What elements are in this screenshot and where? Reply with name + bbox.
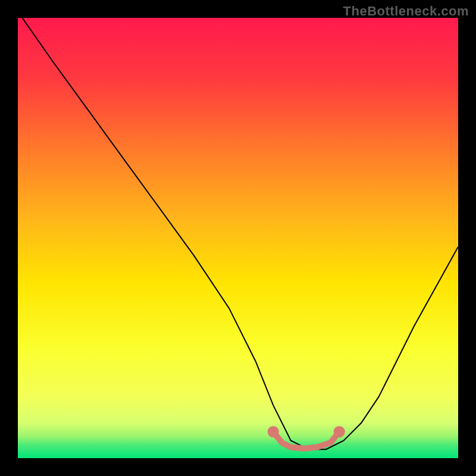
bottleneck-chart [18, 18, 458, 458]
optimal-range-endpoint [268, 426, 279, 437]
optimal-range-endpoint [334, 426, 345, 437]
chart-svg [18, 18, 458, 458]
watermark-label: TheBottleneck.com [343, 4, 469, 19]
gradient-background [18, 18, 458, 458]
